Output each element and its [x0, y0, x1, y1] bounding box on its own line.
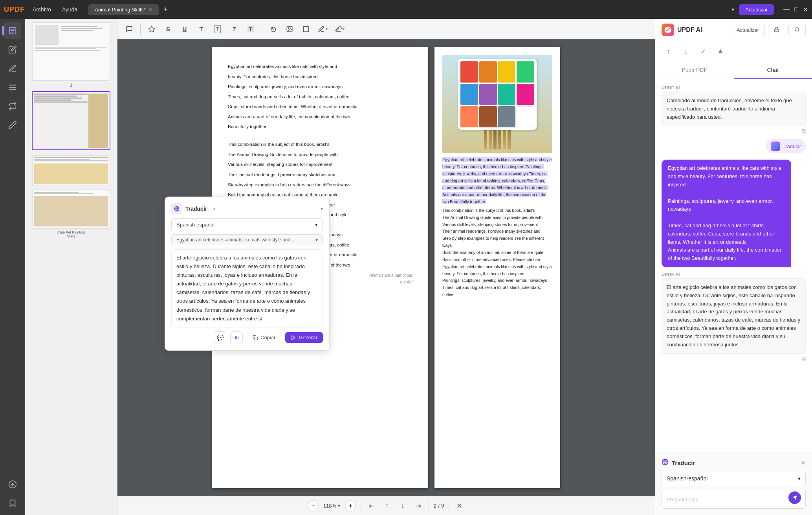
update-button[interactable]: Actualizar — [739, 4, 774, 15]
text-tool-2[interactable]: T — [211, 22, 225, 36]
bottom-toolbar: − 118% ▾ + ⇤ ↑ ↓ ⇥ 2 / 9 ✕ — [117, 496, 655, 515]
popup-dropdown[interactable]: ▾ — [321, 206, 323, 212]
translate-language-dropdown[interactable]: Spanish-español ▾ — [662, 472, 806, 485]
total-pages: 9 — [441, 503, 444, 509]
tab-animal-painting[interactable]: Animal Painting Skills* ✕ — [88, 4, 159, 15]
copy-icon-2[interactable]: ⧉ — [802, 355, 806, 362]
nav-last-button[interactable]: ⇥ — [413, 500, 424, 511]
toolbar-sep-1 — [361, 501, 361, 511]
ai-check-icon[interactable]: ✓ — [696, 44, 710, 59]
pen-tool[interactable]: ▾ — [315, 24, 330, 34]
popup-generate-button[interactable]: Generar — [285, 332, 323, 343]
translate-badge[interactable]: 🌐 Traducir — [766, 139, 806, 153]
popup-selected-text[interactable]: Egyptian art celebrates animals like cat… — [171, 234, 323, 245]
pdf-content: Egyptian art celebrates animals like cat… — [117, 39, 655, 496]
message-ai-1: UPDF AI Cambiado al modo de traducción, … — [662, 85, 806, 134]
tab-chat[interactable]: Chat — [734, 62, 812, 79]
sidebar-item-bookmark[interactable] — [4, 495, 21, 512]
popup-language-select[interactable]: Spanish-español ▾ — [171, 218, 323, 231]
lock-header-button[interactable] — [768, 24, 785, 36]
svg-rect-16 — [775, 29, 779, 31]
comment-tool[interactable] — [122, 22, 136, 36]
translate-title: Traducir — [662, 458, 695, 467]
minimize-button[interactable]: — — [783, 6, 790, 13]
text-tool-4[interactable]: T — [244, 22, 258, 36]
popup-translate-icon — [171, 203, 182, 214]
ai-action-icons: ↑ ↓ ✓ ★ — [655, 41, 812, 62]
thumb-image-2 — [32, 91, 110, 150]
main-layout: 1 — [0, 19, 812, 515]
translate-send-button[interactable] — [788, 491, 801, 504]
sidebar-item-sign[interactable] — [4, 116, 21, 134]
sidebar-item-edit[interactable] — [4, 41, 21, 58]
zoom-out-button[interactable]: − — [308, 500, 319, 511]
eraser-tool[interactable]: ▾ — [332, 24, 347, 34]
add-tab-button[interactable]: + — [160, 4, 171, 15]
update-header-button[interactable]: Actualizar — [731, 24, 765, 36]
sidebar-item-convert[interactable] — [4, 97, 21, 115]
tab-pedir-pdf[interactable]: Pedir PDF — [655, 62, 734, 79]
copy-icon-1[interactable]: ⧉ — [802, 128, 806, 134]
ai-upload-icon[interactable]: ↑ — [662, 44, 676, 59]
tab-close-icon[interactable]: ✕ — [148, 7, 152, 12]
translate-ai-icon: 🌐 — [771, 142, 780, 151]
zoom-in-button[interactable]: + — [345, 500, 356, 511]
translate-input[interactable]: Pregunta algo — [662, 490, 806, 509]
close-button[interactable]: ✕ — [803, 6, 808, 13]
thumbnail-page-2[interactable] — [28, 91, 114, 152]
thumbnail-page-3[interactable] — [28, 155, 114, 186]
tab-label: Animal Painting Skills* — [95, 7, 145, 13]
maximize-button[interactable]: □ — [794, 6, 798, 13]
menu-archivo[interactable]: Archivo — [28, 5, 56, 14]
updf-ai-logo — [662, 24, 674, 36]
nav-first-button[interactable]: ⇤ — [366, 500, 377, 511]
menu-bar: Archivo Ayuda — [28, 5, 82, 14]
ai-star-icon[interactable]: ★ — [713, 44, 728, 59]
sidebar-item-read[interactable] — [4, 22, 21, 39]
popup-chat-icon[interactable]: 💬 — [214, 331, 226, 344]
shape-tool[interactable] — [299, 22, 313, 36]
close-translate-button[interactable]: ✕ — [801, 459, 806, 467]
popup-ai-icon[interactable]: AI — [230, 331, 243, 344]
translate-dropdown-arrow: ▾ — [798, 475, 801, 482]
popup-copy-button[interactable]: Copiar — [247, 332, 281, 343]
strikethrough-tool[interactable]: S — [161, 22, 175, 36]
search-header-button[interactable] — [788, 24, 806, 36]
translate-section-icon — [662, 458, 669, 467]
toolbar-close-icon: ✕ — [456, 502, 462, 510]
underline-tool[interactable]: U — [178, 22, 192, 36]
nav-prev-button[interactable]: ↑ — [381, 500, 392, 511]
thumb-image-1 — [32, 22, 110, 81]
sidebar-item-annotate[interactable] — [4, 60, 21, 77]
thumbnail-panel[interactable]: 1 — [25, 19, 117, 515]
msg-label-2: UPDF AI — [662, 272, 806, 277]
image-tool[interactable] — [282, 22, 297, 36]
thumb-label-4: Cute Pet PaintingStars — [57, 230, 85, 238]
menu-ayuda[interactable]: Ayuda — [57, 5, 82, 14]
translate-badge-area: 🌐 Traducir — [662, 139, 806, 153]
thumbnail-page-1[interactable]: 1 — [28, 22, 114, 88]
color-picker-tool[interactable] — [266, 22, 280, 36]
translate-badge-label: Traducir — [783, 143, 801, 149]
sidebar-item-organize[interactable] — [4, 79, 21, 96]
toolbar-close-button[interactable]: ✕ — [454, 500, 465, 511]
translate-section: Traducir ✕ Spanish-español ▾ Pregunta al… — [655, 452, 812, 515]
chat-messages[interactable]: UPDF AI Cambiado al modo de traducción, … — [655, 79, 812, 452]
message-ai-2: UPDF AI El arte egipcio celebra a los an… — [662, 272, 806, 362]
zoom-dropdown-icon[interactable]: ▾ — [338, 503, 340, 509]
svg-marker-15 — [292, 336, 295, 340]
svg-point-17 — [795, 27, 799, 31]
tabs-dropdown-icon[interactable]: ▾ — [731, 6, 734, 13]
pdf-area: S U T T T T — [117, 19, 655, 515]
highlight-tool[interactable] — [145, 22, 159, 36]
toolbar-sep-2 — [429, 501, 429, 511]
zoom-level-display[interactable]: 118% ▾ — [323, 503, 340, 509]
tab-area: Animal Painting Skills* ✕ + — [88, 4, 728, 15]
sidebar-item-ai[interactable] — [4, 476, 21, 493]
text-tool-3[interactable]: T — [227, 22, 241, 36]
zoom-out-icon: − — [311, 502, 315, 509]
text-tool-1[interactable]: T — [194, 22, 208, 36]
ai-download-icon[interactable]: ↓ — [679, 44, 693, 59]
thumbnail-page-4[interactable]: Cute Pet PaintingStars — [28, 189, 114, 238]
nav-next-button[interactable]: ↓ — [397, 500, 408, 511]
